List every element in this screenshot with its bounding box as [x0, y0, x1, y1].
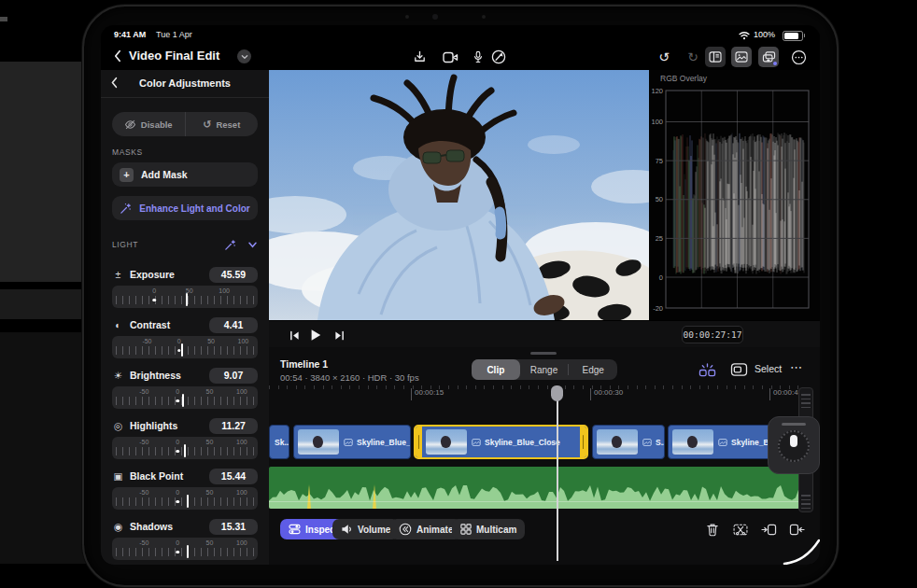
ruler-cursor[interactable] [186, 293, 188, 306]
timeline-clip[interactable]: Sk... [269, 425, 289, 459]
import-icon[interactable] [409, 48, 430, 66]
slider-name: Shadows [130, 521, 204, 532]
slider-value[interactable]: 45.59 [209, 267, 258, 283]
delete-clip-icon[interactable] [704, 521, 721, 538]
audio-clip[interactable] [269, 467, 799, 509]
timeline-ruler[interactable]: 00:00:15 00:00:30 00:00:45 [269, 385, 803, 402]
light-section-label: LIGHT [112, 240, 224, 249]
scope-waveform [649, 70, 820, 320]
background-window-fragment [0, 289, 89, 319]
media-library-icon[interactable] [758, 47, 779, 67]
photo-icon [472, 439, 481, 446]
split-clip-icon[interactable] [732, 521, 749, 538]
enhance-button[interactable]: Enhance Light and Color [112, 196, 258, 220]
mode-clip[interactable]: Clip [472, 359, 520, 380]
ruler-cursor[interactable] [182, 394, 184, 407]
timeline-clip-selected[interactable]: Skyline_Blue_Close [414, 425, 588, 459]
playhead-handle[interactable] [551, 385, 563, 401]
slider-value[interactable]: 11.27 [209, 418, 258, 434]
select-button[interactable]: Select [755, 363, 782, 374]
trim-handle-left[interactable] [416, 427, 422, 457]
brightness-icon: ☀ [112, 370, 124, 381]
slider-value[interactable]: 15.44 [209, 469, 258, 484]
eye-off-icon [124, 119, 136, 130]
clip-thumbnail [426, 429, 467, 455]
ruler-zero-dot [176, 399, 179, 403]
camera-icon[interactable] [440, 48, 460, 66]
video-preview[interactable] [269, 70, 649, 320]
clip-name: S... [656, 438, 665, 447]
slider-ruler[interactable]: -50 0 50 100 [112, 538, 258, 560]
jog-drag-bar[interactable] [782, 423, 806, 426]
add-mask-button[interactable]: + Add Mask [112, 162, 258, 187]
slider-ruler[interactable]: -50 0 50 100 [112, 386, 258, 409]
ruler-label: 50 [206, 439, 214, 445]
grid-icon [460, 524, 472, 535]
timeline-more-icon[interactable]: ⋯ [790, 360, 802, 374]
ruler-cursor[interactable] [181, 343, 183, 357]
playhead-line[interactable] [557, 399, 558, 561]
volume-button[interactable]: Volume [332, 519, 399, 539]
ruler-cursor[interactable] [187, 495, 189, 508]
collapse-chevron-icon[interactable] [247, 242, 258, 248]
undo-icon[interactable]: ↺ [654, 48, 674, 66]
project-title[interactable]: Video Final Edit [129, 49, 219, 63]
slider-ruler[interactable]: -50 0 50 100 [112, 437, 258, 459]
app-screen: 9:41 AM Tue 1 Apr 100% Video Final Edit [101, 25, 820, 565]
insert-clip-icon[interactable] [760, 521, 777, 538]
next-frame-icon[interactable] [331, 327, 347, 343]
ruler-label: 0 [176, 388, 179, 395]
timeline-meta: 00:54 · 3840 × 2160 · HDR · 30 fps [280, 372, 419, 383]
timecode-display: 00:00:27:17 [682, 326, 743, 343]
timeline-clip[interactable]: Skyline_Blue_Wide [293, 425, 411, 459]
edit-mode-control: Clip Range Edge [472, 359, 617, 380]
browser-panel-icon[interactable] [705, 47, 726, 67]
slider-ruler[interactable]: -50 0 50 100 [112, 487, 258, 510]
slider-ruler[interactable]: -50 0 50 100 [112, 336, 258, 358]
trim-handle-right[interactable] [580, 427, 586, 457]
ruler-cursor[interactable] [187, 545, 189, 558]
more-options-icon[interactable] [788, 48, 809, 66]
background-window-fragment [0, 62, 89, 282]
mode-range[interactable]: Range [520, 359, 569, 380]
title-dropdown-icon[interactable] [237, 49, 251, 63]
clip-thumbnail [298, 429, 339, 455]
connected-clips-icon[interactable] [697, 359, 717, 380]
multicam-button[interactable]: Multicam [452, 519, 525, 539]
jog-wheel[interactable] [768, 416, 820, 474]
auto-enhance-icon[interactable] [224, 239, 236, 251]
back-chevron-icon[interactable] [113, 49, 121, 63]
viewer-panel-icon[interactable] [731, 47, 752, 67]
previous-frame-icon[interactable] [286, 327, 303, 343]
pencil-tool-icon[interactable] [488, 48, 509, 66]
ruler-label: -50 [139, 439, 148, 445]
play-icon[interactable] [307, 327, 324, 343]
slider-value[interactable]: 15.31 [209, 519, 258, 535]
shadows-icon: ◉ [112, 521, 124, 532]
slider-value[interactable]: 9.07 [209, 368, 258, 384]
timeline-drag-handle[interactable] [530, 352, 557, 355]
disable-button[interactable]: Disable [112, 112, 185, 136]
animate-button[interactable]: Animate [390, 519, 461, 539]
slider-name: Highlights [130, 420, 204, 431]
ruler-label: -50 [139, 388, 148, 395]
ruler-label: 0 [176, 489, 179, 496]
mode-edge[interactable]: Edge [569, 359, 617, 380]
slider-contrast: ◐ Contrast 4.41 -50 0 50 100 [112, 315, 258, 358]
jog-dial[interactable] [778, 430, 810, 462]
timeline-clip[interactable]: S... [592, 425, 665, 459]
scope-tick: 0 [649, 273, 663, 282]
slider-ruler[interactable]: 0 50 100 [112, 286, 258, 308]
slider-value[interactable]: 4.41 [209, 317, 258, 333]
light-section-header[interactable]: LIGHT [112, 237, 258, 252]
slider-name: Brightness [130, 370, 204, 381]
redo-icon: ↻ [683, 48, 703, 66]
microphone-icon[interactable] [468, 48, 488, 66]
ruler-label: 100 [236, 539, 247, 546]
transport-bar: 00:00:27:17 74 % ⋯ [269, 320, 820, 348]
ruler-cursor[interactable] [184, 444, 186, 457]
clip-browser-icon[interactable] [728, 359, 749, 380]
reset-button[interactable]: ↺ Reset [185, 112, 259, 136]
slider-highlights: ◎ Highlights 11.27 -50 0 50 100 [112, 416, 258, 459]
ruler-timestamp: 00:00:30 [590, 388, 623, 400]
